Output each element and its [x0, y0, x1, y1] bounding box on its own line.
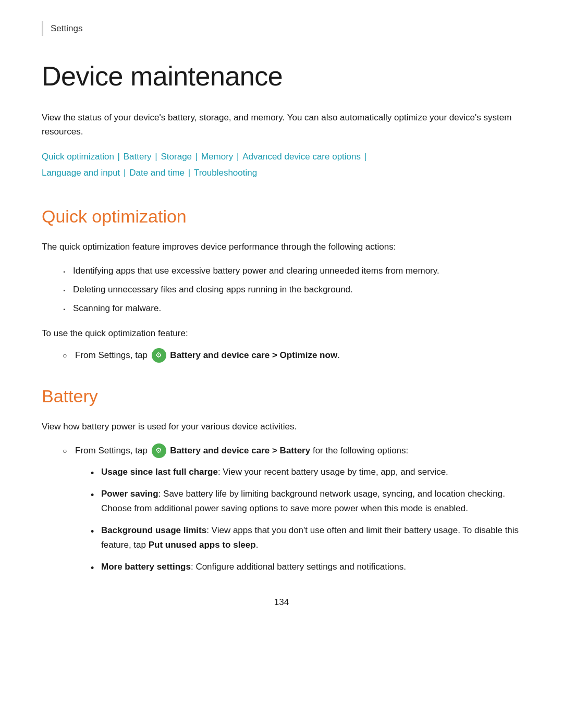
battery-sub-bullet-2: Power saving: Save battery life by limit… — [91, 487, 521, 516]
nav-link-date[interactable]: Date and time — [129, 168, 185, 178]
breadcrumb-label: Settings — [51, 23, 82, 33]
battery-sub-bullet-4-bold: More battery settings — [101, 562, 191, 572]
quick-optimization-step-intro: To use the quick optimization feature: — [42, 326, 521, 341]
nav-link-memory[interactable]: Memory — [201, 152, 233, 162]
nav-separator-6: | — [121, 168, 128, 178]
battery-settings-icon — [152, 443, 166, 458]
battery-sub-bullet-1-bold: Usage since last full charge — [101, 467, 218, 477]
battery-sub-bullet-2-bold: Power saving — [101, 489, 158, 499]
nav-separator-4: | — [234, 152, 241, 162]
bullet-item-2: Deleting unnecessary files and closing a… — [63, 282, 521, 297]
quick-optimization-title: Quick optimization — [42, 202, 521, 230]
nav-link-battery[interactable]: Battery — [124, 152, 152, 162]
quick-optimization-step: From Settings, tap Battery and device ca… — [63, 348, 521, 363]
nav-links: Quick optimization | Battery | Storage |… — [42, 149, 521, 181]
settings-icon — [152, 348, 166, 363]
battery-title: Battery — [42, 382, 521, 410]
battery-sub-bullet-4: More battery settings: Configure additio… — [91, 560, 521, 574]
breadcrumb: Settings — [42, 21, 521, 36]
nav-link-storage[interactable]: Storage — [161, 152, 192, 162]
battery-sub-bullet-2-text: : Save battery life by limiting backgrou… — [101, 489, 505, 513]
nav-separator-7: | — [186, 168, 193, 178]
battery-from-text: From Settings, tap — [75, 446, 150, 455]
battery-body: View how battery power is used for your … — [42, 419, 521, 434]
battery-sub-bullet-3-bold2: Put unused apps to sleep — [149, 540, 256, 550]
nav-link-quick-optimization[interactable]: Quick optimization — [42, 152, 114, 162]
intro-text: View the status of your device's battery… — [42, 110, 521, 139]
battery-sub-bullet-3: Background usage limits: View apps that … — [91, 523, 521, 552]
battery-sub-bullet-4-text: : Configure additional battery settings … — [191, 562, 406, 572]
nav-link-language[interactable]: Language and input — [42, 168, 120, 178]
battery-sub-bullet-3-bold: Background usage limits — [101, 525, 206, 535]
nav-separator-5: | — [362, 152, 366, 162]
bullet-item-1: Identifying apps that use excessive batt… — [63, 264, 521, 278]
page-container: Settings Device maintenance View the sta… — [0, 0, 563, 728]
nav-separator-2: | — [153, 152, 160, 162]
battery-steps: From Settings, tap Battery and device ca… — [63, 443, 521, 574]
section-quick-optimization: Quick optimization The quick optimizatio… — [42, 202, 521, 363]
page-title: Device maintenance — [42, 55, 521, 98]
section-battery: Battery View how battery power is used f… — [42, 382, 521, 574]
step-from-text: From Settings, tap — [75, 350, 150, 360]
battery-sub-bullet-1-text: : View your recent battery usage by time… — [218, 467, 448, 477]
nav-separator-3: | — [193, 152, 200, 162]
battery-sub-bullet-1: Usage since last full charge: View your … — [91, 465, 521, 479]
bullet-item-3: Scanning for malware. — [63, 301, 521, 316]
step-bold-text: Battery and device care > Optimize now. — [170, 350, 340, 360]
quick-optimization-bullets: Identifying apps that use excessive batt… — [63, 264, 521, 316]
battery-sub-bullet-3-text2: . — [256, 540, 259, 550]
quick-optimization-body: The quick optimization feature improves … — [42, 240, 521, 254]
nav-link-troubleshooting[interactable]: Troubleshooting — [194, 168, 257, 178]
quick-optimization-steps: From Settings, tap Battery and device ca… — [63, 348, 521, 363]
page-number: 134 — [42, 595, 521, 609]
battery-step-bold: Battery and device care > Battery for th… — [170, 446, 408, 455]
nav-separator-1: | — [115, 152, 123, 162]
battery-sub-bullets: Usage since last full charge: View your … — [91, 465, 521, 574]
battery-step: From Settings, tap Battery and device ca… — [63, 443, 521, 574]
nav-link-advanced[interactable]: Advanced device care options — [242, 152, 361, 162]
